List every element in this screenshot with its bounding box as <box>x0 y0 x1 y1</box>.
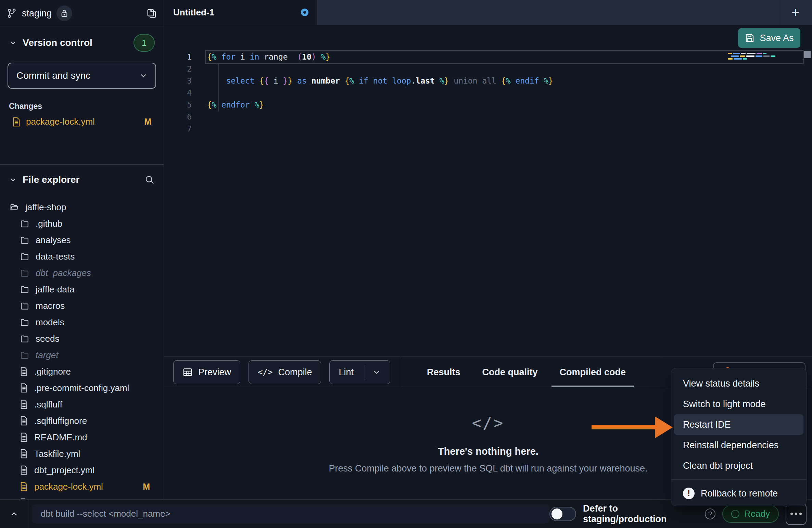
file-name: jaffle-shop <box>25 202 164 213</box>
file-icon <box>20 367 28 376</box>
folder-icon <box>20 236 29 244</box>
file-tree-item-README.md[interactable]: README.md <box>0 429 164 445</box>
changed-file-row[interactable]: package-lock.yml M <box>12 116 155 127</box>
code-editor[interactable]: 1234567 {% for i in range (10) %} select… <box>164 50 812 356</box>
menu-item-clean-dbt-project[interactable]: Clean dbt project <box>674 455 803 476</box>
file-tree-item-partial <box>0 495 164 499</box>
dbt-command-input[interactable] <box>32 504 549 524</box>
file-tree-item-Taskfile.yml[interactable]: Taskfile.yml <box>0 445 164 462</box>
tab-untitled-1[interactable]: Untitled-1 <box>164 0 318 25</box>
tab-compiled-code[interactable]: Compiled code <box>560 356 626 388</box>
file-name: analyses <box>36 235 164 246</box>
chevron-down-icon <box>139 71 148 80</box>
file-tree-item-jaffle-data[interactable]: jaffle-data <box>0 281 164 298</box>
changes-label: Changes <box>9 102 164 111</box>
branch-name[interactable]: staging <box>22 8 52 19</box>
defer-label: Defer to staging/production <box>583 503 698 525</box>
modified-badge: M <box>144 117 155 127</box>
folder-icon <box>20 351 29 360</box>
commit-options-caret[interactable] <box>131 63 155 88</box>
menu-divider <box>671 479 806 480</box>
save-icon <box>745 33 755 43</box>
status-badge[interactable]: Ready <box>722 505 779 523</box>
editor-tab-bar: Untitled-1 + <box>164 0 812 25</box>
file-name: Taskfile.yml <box>34 449 164 459</box>
file-icon <box>20 383 28 393</box>
file-tree-item-seeds[interactable]: seeds <box>0 330 164 347</box>
file-tree-item-.github[interactable]: .github <box>0 215 164 232</box>
file-tree-item-.gitignore[interactable]: .gitignore <box>0 363 164 380</box>
file-name: README.md <box>34 432 164 443</box>
file-name: seeds <box>36 334 164 344</box>
exclamation-circle-icon: ! <box>683 488 695 499</box>
editor-scrollbar-thumb[interactable] <box>804 51 811 58</box>
status-label: Ready <box>744 508 770 519</box>
file-explorer-header[interactable]: File explorer <box>0 169 164 191</box>
file-tree-item-dbt_packages[interactable]: dbt_packages <box>0 265 164 281</box>
file-explorer-section: File explorer jaffle-shop.githubanalyses… <box>0 165 164 499</box>
folder-icon <box>20 285 29 294</box>
folder-icon <box>20 334 29 343</box>
copy-icon[interactable] <box>147 8 157 18</box>
file-tree-item-models[interactable]: models <box>0 314 164 330</box>
menu-item-view-status-details[interactable]: View status details <box>674 373 803 394</box>
file-name: .gitignore <box>34 366 164 377</box>
new-tab-button[interactable]: + <box>779 0 812 25</box>
branch-row: staging <box>0 0 164 27</box>
unsaved-dot-icon <box>301 9 308 16</box>
file-tree-item-target[interactable]: target <box>0 347 164 363</box>
menu-item-label: Rollback to remote <box>701 488 778 499</box>
preview-button[interactable]: Preview <box>173 360 240 384</box>
menu-item-reinstall-dependencies[interactable]: Reinstall dependencies <box>674 435 803 455</box>
save-as-button[interactable]: Save As <box>738 28 800 48</box>
file-tree-item-analyses[interactable]: analyses <box>0 232 164 248</box>
file-tree-item-.pre-commit-config.yaml[interactable]: .pre-commit-config.yaml <box>0 380 164 396</box>
tab-results[interactable]: Results <box>427 356 460 388</box>
annotation-arrow <box>591 416 674 439</box>
line-number-gutter: 1234567 <box>164 51 192 135</box>
menu-item-rollback-to-remote[interactable]: !Rollback to remote <box>674 483 803 504</box>
file-tree-item-data-tests[interactable]: data-tests <box>0 248 164 265</box>
file-tree-item-.sqlfluff[interactable]: .sqlfluff <box>0 396 164 413</box>
version-control-header[interactable]: Version control 1 <box>0 32 164 54</box>
menu-item-label: Restart IDE <box>683 419 731 430</box>
line-number: 6 <box>164 111 192 123</box>
file-tree-item-dbt_project.yml[interactable]: dbt_project.yml <box>0 462 164 478</box>
ide-options-menu: View status detailsSwitch to light modeR… <box>671 368 807 506</box>
folder-icon <box>20 219 29 228</box>
file-tree-item-macros[interactable]: macros <box>0 298 164 314</box>
table-icon <box>182 367 193 377</box>
file-name: macros <box>36 301 164 311</box>
menu-item-restart-ide[interactable]: Restart IDE <box>674 414 803 435</box>
changed-file-name: package-lock.yml <box>26 116 139 127</box>
folder-icon <box>10 203 19 212</box>
menu-item-label: Clean dbt project <box>683 461 753 471</box>
menu-item-switch-to-light-mode[interactable]: Switch to light mode <box>674 394 803 414</box>
file-name: .sqlfluffignore <box>34 416 164 426</box>
file-tree-item-.sqlfluffignore[interactable]: .sqlfluffignore <box>0 413 164 429</box>
file-name: .sqlfluff <box>34 399 164 410</box>
toggle-knob <box>551 508 562 519</box>
code-line-1: {% for i in range (10) %} <box>207 51 553 63</box>
collapse-panel-button[interactable] <box>0 509 28 519</box>
search-icon[interactable] <box>144 175 155 185</box>
compile-button[interactable]: </> Compile <box>249 360 321 384</box>
help-icon[interactable]: ? <box>705 508 715 519</box>
chevron-down-icon <box>9 39 17 47</box>
file-name: models <box>36 317 164 328</box>
commit-and-sync-button[interactable]: Commit and sync <box>8 63 156 89</box>
lint-button[interactable]: Lint <box>329 360 390 384</box>
ide-options-button[interactable] <box>786 503 807 525</box>
file-tree-item-jaffle-shop[interactable]: jaffle-shop <box>0 199 164 215</box>
chevron-down-icon[interactable] <box>372 368 381 377</box>
modified-badge: M <box>143 482 164 492</box>
file-name: dbt_project.yml <box>34 465 164 476</box>
file-icon <box>20 449 28 458</box>
line-number: 2 <box>164 63 192 75</box>
tab-code-quality[interactable]: Code quality <box>482 356 538 388</box>
file-explorer-title: File explorer <box>23 174 80 185</box>
defer-toggle[interactable] <box>549 507 576 521</box>
menu-item-label: View status details <box>683 378 759 389</box>
file-tree-item-package-lock.yml[interactable]: package-lock.ymlM <box>0 478 164 495</box>
status-bar-right: Defer to staging/production ? Ready <box>549 503 812 525</box>
